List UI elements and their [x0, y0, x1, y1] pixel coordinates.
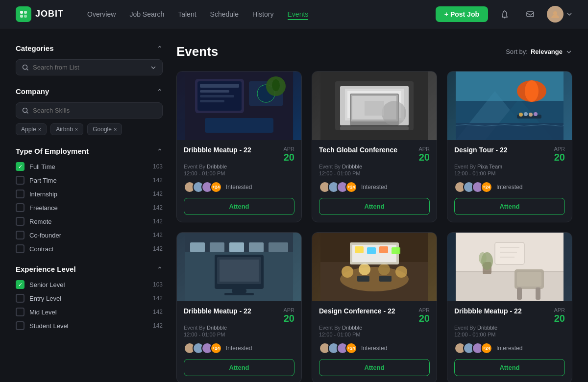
- events-grid: Dribbble Meatup - 22 APR 20 Event By Dri…: [176, 71, 572, 382]
- categories-search-input[interactable]: [33, 64, 147, 71]
- employment-checkbox-internship[interactable]: [16, 190, 24, 198]
- level-count-student: 142: [153, 322, 163, 329]
- level-checkbox-senior[interactable]: [16, 280, 24, 289]
- attend-button-4[interactable]: Attend: [184, 359, 294, 376]
- employment-label-parttime: Part Time: [29, 177, 148, 184]
- attend-button-2[interactable]: Attend: [319, 198, 430, 215]
- employment-item-parttime: Part Time 142: [16, 176, 163, 185]
- svg-point-42: [534, 112, 538, 116]
- avatar-plus-2: +24: [345, 181, 357, 193]
- employment-item-cofounder: Co-founder 142: [16, 231, 163, 239]
- event-month-4: APR: [283, 307, 294, 313]
- svg-point-80: [479, 252, 487, 264]
- svg-point-20: [272, 79, 280, 91]
- categories-search-box[interactable]: [16, 59, 163, 75]
- mail-button[interactable]: [521, 5, 539, 23]
- employment-header: Type Of Employment ⌃: [16, 147, 163, 155]
- tag-airbnb-remove[interactable]: ×: [75, 126, 78, 132]
- employment-checkbox-contract[interactable]: [16, 244, 24, 253]
- nav-overview[interactable]: Overview: [87, 10, 116, 19]
- interested-3: Interested: [496, 184, 522, 191]
- employment-checkbox-parttime[interactable]: [16, 176, 24, 185]
- notification-button[interactable]: [496, 5, 514, 23]
- tag-apple: Apple ×: [16, 123, 47, 135]
- company-title: Company: [16, 87, 49, 96]
- employment-count-remote: 142: [153, 218, 163, 225]
- nav-links: Overview Job Search Talent Schedule Hist…: [87, 10, 436, 19]
- event-date-2: APR 20: [418, 146, 430, 163]
- employment-count-cofounder: 142: [153, 232, 163, 239]
- event-title-row-2: Tech Global Conference APR 20: [319, 146, 430, 163]
- level-checkbox-entry[interactable]: [16, 294, 24, 303]
- nav-events[interactable]: Events: [288, 10, 309, 20]
- level-checkbox-student[interactable]: [16, 321, 24, 330]
- svg-rect-75: [517, 272, 541, 286]
- logo[interactable]: JOBIT: [16, 6, 64, 22]
- tag-apple-remove[interactable]: ×: [38, 126, 41, 132]
- nav-history[interactable]: History: [252, 10, 274, 19]
- event-body-4: Dribbble Meatup - 22 APR 20 Event By Dri…: [177, 301, 301, 337]
- level-checkbox-mid[interactable]: [16, 308, 24, 316]
- attend-button-6[interactable]: Attend: [454, 359, 565, 376]
- attend-button-3[interactable]: Attend: [454, 198, 565, 215]
- nav-job-search[interactable]: Job Search: [129, 10, 164, 19]
- level-count-mid: 142: [153, 309, 163, 315]
- avatar-plus-6: +24: [481, 342, 492, 354]
- post-job-button[interactable]: + Post Job: [436, 6, 488, 22]
- employment-checkbox-remote[interactable]: [16, 217, 24, 226]
- svg-point-30: [382, 101, 406, 125]
- main-content: Events Sort by: Relevange: [176, 44, 572, 382]
- sort-control[interactable]: Sort by: Relevange: [506, 48, 572, 55]
- event-title-row-4: Dribbble Meatup - 22 APR 20: [184, 307, 294, 324]
- event-title-6: Dribbble Meatup - 22: [454, 307, 550, 315]
- company-chevron-icon: ⌃: [157, 88, 163, 96]
- company-header: Company ⌃: [16, 87, 163, 96]
- svg-point-6: [553, 11, 557, 15]
- company-search-box[interactable]: [16, 102, 163, 119]
- level-chevron-icon: ⌃: [157, 265, 163, 273]
- nav-schedule[interactable]: Schedule: [210, 10, 239, 19]
- event-footer-3: +24 Interested: [447, 176, 572, 193]
- event-card-5: Design Conference - 22 APR 20 Event By D…: [312, 232, 437, 382]
- event-footer-5: +24 Interested: [312, 337, 437, 354]
- employment-checkbox-fulltime[interactable]: [16, 162, 24, 171]
- employment-count-contract: 142: [153, 245, 163, 252]
- event-date-3: APR 20: [554, 146, 565, 163]
- svg-rect-77: [536, 287, 540, 300]
- svg-rect-3: [24, 15, 27, 18]
- avatars-3: +24: [454, 181, 492, 193]
- svg-rect-70: [392, 247, 400, 254]
- level-filter-list: Senior Level 103 Entry Level 142 Mid Lev…: [16, 280, 163, 330]
- svg-point-4: [504, 17, 506, 18]
- attend-button-5[interactable]: Attend: [319, 359, 430, 376]
- svg-rect-35: [456, 72, 564, 101]
- employment-checkbox-cofounder[interactable]: [16, 231, 24, 239]
- svg-point-37: [525, 80, 539, 102]
- avatars-4: +24: [184, 342, 222, 354]
- event-date-4: APR 20: [283, 307, 294, 324]
- attend-button-1[interactable]: Attend: [184, 198, 294, 215]
- event-by-3: Event By Pixa Team: [454, 164, 565, 169]
- event-time-4: 12:00 - 01:00 PM: [184, 332, 294, 337]
- company-search-input[interactable]: [33, 107, 156, 114]
- nav-talent[interactable]: Talent: [178, 10, 196, 19]
- employment-count-internship: 142: [153, 191, 163, 197]
- svg-rect-49: [249, 242, 264, 252]
- event-footer-2: +24 Interested: [312, 176, 437, 193]
- svg-rect-54: [232, 289, 246, 293]
- interested-2: Interested: [361, 184, 387, 191]
- svg-point-60: [359, 263, 370, 275]
- employment-label-cofounder: Co-founder: [29, 232, 148, 239]
- sort-chevron-icon: [565, 48, 572, 55]
- svg-rect-53: [220, 260, 259, 282]
- level-label-student: Student Level: [29, 322, 148, 330]
- employment-checkbox-freelance[interactable]: [16, 203, 24, 212]
- event-card-6: Dribbble Meatup - 22 APR 20 Event By Dri…: [447, 232, 572, 382]
- tag-google-remove[interactable]: ×: [114, 126, 117, 132]
- event-card-3: Design Tour - 22 APR 20 Event By Pixa Te…: [447, 71, 572, 222]
- event-month-1: APR: [283, 146, 294, 152]
- user-menu-button[interactable]: [547, 6, 572, 23]
- svg-rect-73: [456, 271, 564, 272]
- svg-rect-14: [200, 95, 234, 97]
- level-label-mid: Mid Level: [29, 309, 148, 316]
